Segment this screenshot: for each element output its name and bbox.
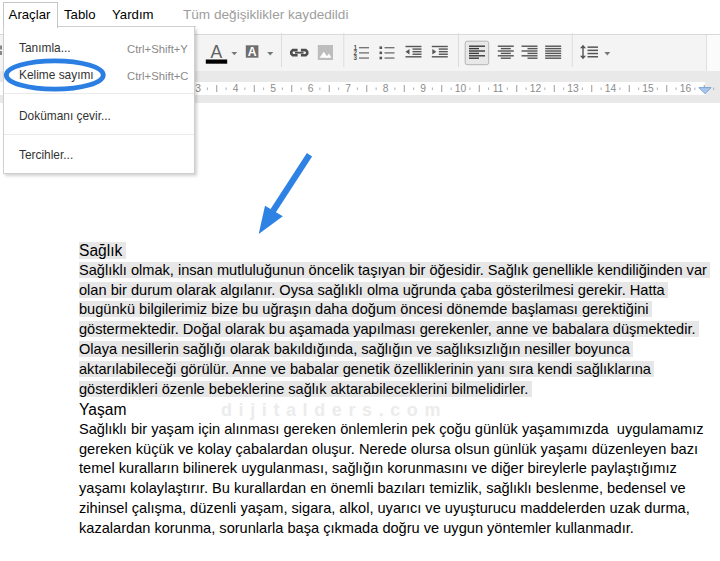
svg-text:10: 10 (455, 83, 467, 94)
svg-text:A: A (248, 45, 257, 59)
svg-text:8: 8 (383, 83, 389, 94)
svg-text:4: 4 (233, 83, 239, 94)
svg-text:9: 9 (420, 83, 426, 94)
svg-text:11: 11 (493, 83, 504, 94)
svg-text:3: 3 (354, 54, 358, 61)
svg-text:6: 6 (308, 83, 314, 94)
svg-text:5: 5 (270, 83, 276, 94)
svg-text:7: 7 (345, 83, 351, 94)
svg-text:13: 13 (567, 83, 579, 94)
svg-text:16: 16 (680, 83, 692, 94)
svg-text:15: 15 (642, 83, 654, 94)
svg-text:3: 3 (195, 83, 201, 94)
svg-text:14: 14 (605, 83, 617, 94)
svg-text:A: A (210, 42, 222, 62)
svg-text:12: 12 (530, 83, 542, 94)
